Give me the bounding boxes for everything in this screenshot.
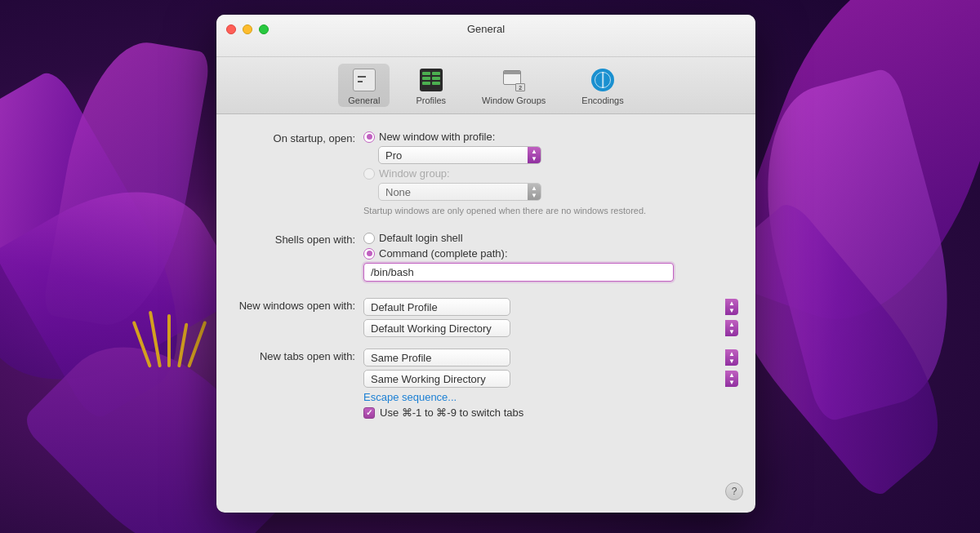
window-groups-label: Window Groups bbox=[482, 95, 546, 105]
encodings-label: Encodings bbox=[581, 95, 623, 105]
default-login-shell-radio[interactable] bbox=[363, 233, 375, 244]
new-windows-profile-select[interactable]: Default Profile bbox=[363, 298, 510, 316]
new-win-up-icon: ▲ bbox=[728, 300, 735, 307]
window-title: General bbox=[467, 23, 505, 35]
stamen bbox=[147, 310, 192, 370]
shells-label: Shells open with: bbox=[233, 232, 363, 246]
escape-sequence-link[interactable]: Escape sequence... bbox=[363, 391, 739, 403]
shells-row: Shells open with: Default login shell Co… bbox=[233, 232, 739, 282]
new-windows-dir-arrows: ▲ ▼ bbox=[725, 320, 738, 336]
new-tabs-label: New tabs open with: bbox=[233, 349, 363, 362]
new-tabs-profile-arrows: ▲ ▼ bbox=[725, 349, 738, 366]
new-tabs-profile-wrapper: Same Profile ▲ ▼ bbox=[363, 349, 739, 366]
general-icon-graphic bbox=[353, 69, 376, 91]
new-windows-dir-select[interactable]: Default Working Directory bbox=[363, 319, 510, 337]
new-tabs-dir-wrapper: Same Working Directory ▲ ▼ bbox=[363, 370, 739, 388]
general-icon bbox=[351, 67, 377, 93]
window-group-radio-row: Window group: bbox=[363, 167, 739, 180]
command-path-row: Command (complete path): bbox=[363, 247, 739, 260]
startup-controls: New window with profile: Pro ▲ ▼ bbox=[363, 131, 739, 215]
new-window-radio[interactable] bbox=[363, 131, 375, 143]
new-window-radio-row: New window with profile: bbox=[363, 131, 739, 143]
content-area: On startup, open: New window with profil… bbox=[216, 114, 755, 513]
help-button[interactable]: ? bbox=[725, 482, 743, 500]
toolbar-buttons: General Profiles 2 Window Groups bbox=[338, 64, 633, 107]
tab-window-groups[interactable]: 2 Window Groups bbox=[472, 64, 555, 107]
profile-select[interactable]: Pro bbox=[378, 146, 541, 164]
maximize-button[interactable] bbox=[259, 24, 269, 34]
window-group-select-container: None ▲ ▼ bbox=[378, 183, 541, 201]
encodings-icon bbox=[590, 67, 616, 93]
profiles-icon-graphic bbox=[420, 69, 443, 91]
new-tabs-dir-select[interactable]: Same Working Directory bbox=[363, 370, 510, 388]
general-label: General bbox=[348, 95, 380, 105]
new-windows-profile-arrows: ▲ ▼ bbox=[725, 299, 738, 315]
profile-select-wrapper: Pro ▲ ▼ bbox=[378, 146, 739, 164]
new-win-down-icon: ▼ bbox=[728, 308, 735, 314]
window-groups-icon: 2 bbox=[501, 67, 527, 93]
tab-general[interactable]: General bbox=[338, 64, 390, 107]
new-tab-dir-up-icon: ▲ bbox=[728, 372, 735, 379]
profile-select-container: Pro ▲ ▼ bbox=[378, 146, 541, 164]
shells-controls: Default login shell Command (complete pa… bbox=[363, 232, 739, 282]
profiles-label: Profiles bbox=[416, 95, 446, 105]
startup-hint: Startup windows are only opened when the… bbox=[363, 206, 739, 215]
default-login-shell-row: Default login shell bbox=[363, 232, 739, 244]
close-button[interactable] bbox=[226, 24, 236, 34]
new-tabs-row: New tabs open with: Same Profile ▲ ▼ Sam… bbox=[233, 349, 739, 419]
switch-tabs-checkbox[interactable] bbox=[363, 407, 375, 419]
command-input[interactable] bbox=[363, 263, 674, 282]
startup-label: On startup, open: bbox=[233, 131, 363, 144]
switch-tabs-label: Use ⌘-1 to ⌘-9 to switch tabs bbox=[380, 406, 523, 419]
startup-row: On startup, open: New window with profil… bbox=[233, 131, 739, 215]
new-windows-profile-wrapper: Default Profile ▲ ▼ bbox=[363, 298, 739, 316]
command-path-label: Command (complete path): bbox=[379, 247, 508, 260]
switch-tabs-row: Use ⌘-1 to ⌘-9 to switch tabs bbox=[363, 406, 739, 419]
titlebar: General bbox=[216, 15, 755, 57]
new-tabs-dir-arrows: ▲ ▼ bbox=[725, 371, 738, 387]
new-win-dir-up-icon: ▲ bbox=[728, 322, 735, 328]
encodings-icon-graphic bbox=[591, 69, 614, 91]
window-groups-icon-graphic: 2 bbox=[502, 69, 525, 91]
new-tab-down-icon: ▼ bbox=[728, 358, 735, 365]
new-win-dir-down-icon: ▼ bbox=[728, 329, 735, 335]
window-group-label: Window group: bbox=[379, 167, 450, 180]
window-group-select[interactable]: None bbox=[378, 183, 541, 201]
new-windows-label: New windows open with: bbox=[233, 298, 363, 312]
preferences-window: General General Profiles 2 bbox=[216, 15, 755, 513]
tab-encodings[interactable]: Encodings bbox=[572, 64, 633, 107]
window-controls bbox=[226, 24, 269, 34]
default-login-shell-label: Default login shell bbox=[379, 232, 463, 244]
profiles-icon bbox=[418, 67, 444, 93]
new-windows-dir-wrapper: Default Working Directory ▲ ▼ bbox=[363, 319, 739, 337]
window-group-radio[interactable] bbox=[363, 168, 375, 180]
new-windows-row: New windows open with: Default Profile ▲… bbox=[233, 298, 739, 337]
new-tab-up-icon: ▲ bbox=[728, 351, 735, 358]
window-group-select-wrapper: None ▲ ▼ bbox=[378, 183, 739, 201]
command-path-radio[interactable] bbox=[363, 248, 375, 260]
window-groups-badge: 2 bbox=[515, 83, 525, 91]
toolbar: General Profiles 2 Window Groups bbox=[216, 57, 755, 114]
tab-profiles[interactable]: Profiles bbox=[406, 64, 456, 107]
new-windows-controls: Default Profile ▲ ▼ Default Working Dire… bbox=[363, 298, 739, 337]
new-tabs-controls: Same Profile ▲ ▼ Same Working Directory … bbox=[363, 349, 739, 419]
minimize-button[interactable] bbox=[243, 24, 252, 34]
new-tab-dir-down-icon: ▼ bbox=[728, 380, 735, 386]
new-tabs-profile-select[interactable]: Same Profile bbox=[363, 349, 510, 366]
new-window-label: New window with profile: bbox=[379, 131, 495, 143]
